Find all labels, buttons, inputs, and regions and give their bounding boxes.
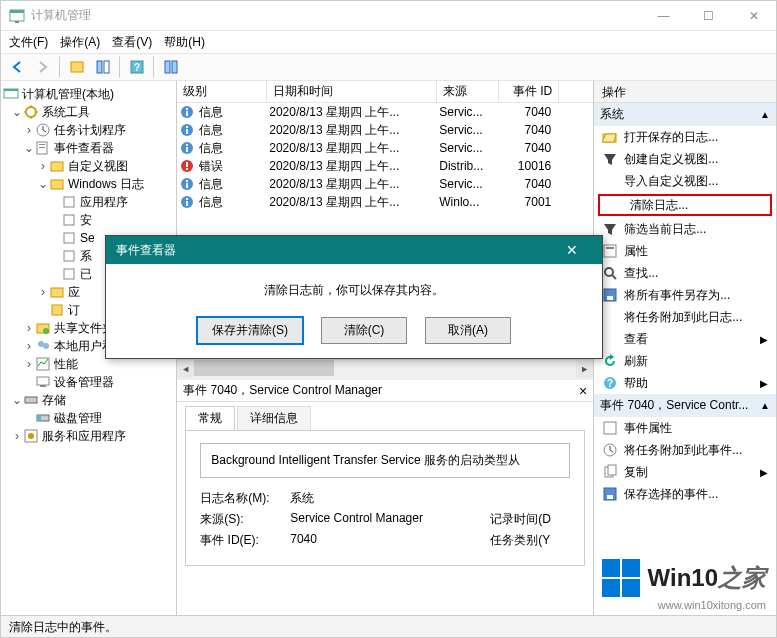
action-attach-task[interactable]: 将任务附加到此日志...: [594, 306, 776, 328]
tree-application[interactable]: 应用程序: [3, 193, 174, 211]
scroll-thumb[interactable]: [194, 360, 334, 376]
error-icon: [179, 159, 195, 173]
svg-rect-16: [39, 147, 45, 148]
svg-rect-22: [64, 251, 74, 261]
cancel-button[interactable]: 取消(A): [425, 317, 511, 344]
app-icon: [9, 8, 25, 24]
toolbar-btn-1[interactable]: [65, 56, 89, 78]
tree-device-manager[interactable]: 设备管理器: [3, 373, 174, 391]
tree-services-apps[interactable]: ›服务和应用程序: [3, 427, 174, 445]
folder-open-icon: [602, 129, 618, 145]
svg-rect-20: [64, 215, 74, 225]
svg-rect-46: [186, 147, 188, 152]
detail-header: 事件 7040，Service Control Manager ×: [177, 380, 593, 402]
dialog-title: 事件查看器: [116, 242, 176, 259]
svg-rect-63: [604, 245, 616, 257]
tree-root[interactable]: 计算机管理(本地): [3, 85, 174, 103]
action-import-custom[interactable]: 导入自定义视图...: [594, 170, 776, 192]
menu-help[interactable]: 帮助(H): [164, 34, 205, 51]
task-icon: [602, 442, 618, 458]
svg-rect-33: [25, 397, 37, 403]
event-row[interactable]: 错误2020/8/13 星期四 上午...Distrib...10016: [177, 157, 593, 175]
menu-file[interactable]: 文件(F): [9, 34, 48, 51]
col-eventid[interactable]: 事件 ID: [499, 81, 559, 102]
svg-rect-45: [186, 144, 188, 146]
detail-title: 事件 7040，Service Control Manager: [183, 382, 382, 399]
save-icon: [602, 287, 618, 303]
refresh-icon: [602, 353, 618, 369]
list-scrollbar[interactable]: ◄ ►: [177, 359, 593, 376]
menu-action[interactable]: 操作(A): [60, 34, 100, 51]
clear-button[interactable]: 清除(C): [321, 317, 407, 344]
action-clear-log[interactable]: 清除日志...: [598, 194, 772, 216]
funnel-icon: [602, 151, 618, 167]
action-find[interactable]: 查找...: [594, 262, 776, 284]
source-value: Service Control Manager: [290, 511, 490, 528]
scroll-right-icon[interactable]: ►: [576, 360, 593, 377]
action-properties[interactable]: 属性: [594, 240, 776, 262]
detail-close-icon[interactable]: ×: [579, 383, 587, 399]
action-save-selected[interactable]: 保存选择的事件...: [594, 483, 776, 505]
action-open-saved[interactable]: 打开保存的日志...: [594, 126, 776, 148]
detail-body: Background Intelligent Transfer Service …: [185, 430, 585, 566]
list-header: 级别 日期和时间 来源 事件 ID: [177, 81, 593, 103]
action-create-custom[interactable]: 创建自定义视图...: [594, 148, 776, 170]
log-name-label: 日志名称(M):: [200, 490, 290, 507]
svg-rect-25: [52, 305, 62, 315]
action-attach-task-event[interactable]: 将任务附加到此事件...: [594, 439, 776, 461]
svg-rect-31: [37, 377, 49, 385]
col-datetime[interactable]: 日期和时间: [267, 81, 437, 102]
detail-pane: 事件 7040，Service Control Manager × 常规 详细信…: [177, 376, 593, 574]
toolbar-btn-3[interactable]: [159, 56, 183, 78]
action-event-properties[interactable]: 事件属性: [594, 417, 776, 439]
detail-tabs: 常规 详细信息: [177, 402, 593, 430]
save-and-clear-button[interactable]: 保存并清除(S): [197, 317, 303, 344]
svg-point-37: [28, 433, 34, 439]
minimize-button[interactable]: —: [641, 1, 686, 31]
toolbar-btn-2[interactable]: [91, 56, 115, 78]
forward-button[interactable]: [31, 56, 55, 78]
save-icon: [602, 486, 618, 502]
tree-disk-management[interactable]: 磁盘管理: [3, 409, 174, 427]
actions-section-system[interactable]: 系统▲: [594, 103, 776, 126]
event-row[interactable]: 信息2020/8/13 星期四 上午...Servic...7040: [177, 139, 593, 157]
toolbar: ?: [1, 53, 776, 81]
actions-section-event[interactable]: 事件 7040，Service Contr...▲: [594, 394, 776, 417]
svg-text:?: ?: [607, 378, 613, 389]
scroll-left-icon[interactable]: ◄: [177, 360, 194, 377]
tree-system-tools[interactable]: ⌄系统工具: [3, 103, 174, 121]
tab-general[interactable]: 常规: [185, 406, 235, 430]
svg-rect-43: [186, 129, 188, 134]
col-source[interactable]: 来源: [437, 81, 499, 102]
action-refresh[interactable]: 刷新: [594, 350, 776, 372]
tree-security[interactable]: 安: [3, 211, 174, 229]
close-button[interactable]: ✕: [731, 1, 776, 31]
dialog-close-button[interactable]: ✕: [552, 236, 592, 264]
maximize-button[interactable]: ☐: [686, 1, 731, 31]
event-row[interactable]: 信息2020/8/13 星期四 上午...Winlo...7001: [177, 193, 593, 211]
svg-rect-49: [186, 168, 188, 170]
action-filter-current[interactable]: 筛选当前日志...: [594, 218, 776, 240]
menu-view[interactable]: 查看(V): [112, 34, 152, 51]
action-copy[interactable]: 复制▶: [594, 461, 776, 483]
col-level[interactable]: 级别: [177, 81, 267, 102]
svg-rect-15: [39, 144, 45, 145]
action-save-all[interactable]: 将所有事件另存为...: [594, 284, 776, 306]
tree-storage[interactable]: ⌄存储: [3, 391, 174, 409]
svg-rect-54: [186, 198, 188, 200]
tab-details[interactable]: 详细信息: [237, 406, 311, 430]
action-help[interactable]: ?帮助▶: [594, 372, 776, 394]
svg-text:?: ?: [134, 62, 140, 73]
tree-windows-logs[interactable]: ⌄Windows 日志: [3, 175, 174, 193]
svg-rect-21: [64, 233, 74, 243]
svg-rect-24: [51, 288, 63, 297]
event-row[interactable]: 信息2020/8/13 星期四 上午...Servic...7040: [177, 121, 593, 139]
toolbar-help-button[interactable]: ?: [125, 56, 149, 78]
action-view[interactable]: 查看▶: [594, 328, 776, 350]
tree-task-scheduler[interactable]: ›任务计划程序: [3, 121, 174, 139]
event-row[interactable]: 信息2020/8/13 星期四 上午...Servic...7040: [177, 103, 593, 121]
event-row[interactable]: 信息2020/8/13 星期四 上午...Servic...7040: [177, 175, 593, 193]
back-button[interactable]: [5, 56, 29, 78]
tree-event-viewer[interactable]: ⌄事件查看器: [3, 139, 174, 157]
tree-custom-views[interactable]: ›自定义视图: [3, 157, 174, 175]
